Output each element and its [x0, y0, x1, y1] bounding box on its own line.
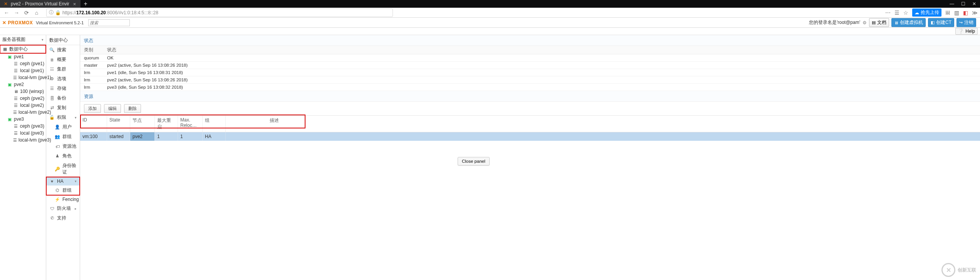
cloud-icon: ☁ [915, 10, 919, 15]
disk-icon: ☰ [13, 75, 17, 80]
status-row[interactable]: masterpve2 (active, Sun Sep 16 13:08:26 … [80, 62, 980, 69]
menu-replication[interactable]: ⇄复制 [46, 103, 80, 113]
help-button[interactable]: ❔Help [955, 28, 978, 35]
tree-storage-local-pve3[interactable]: ☰local (pve3) [0, 130, 46, 137]
nav-forward-icon[interactable]: → [12, 10, 21, 16]
menu-storage[interactable]: ☰存储 [46, 84, 80, 93]
menu-users[interactable]: 👤用户 [46, 122, 80, 132]
menu-ha[interactable]: ♥HA▾ [46, 177, 80, 186]
menu-backup[interactable]: 🗄备份 [46, 93, 80, 103]
cube-icon: ◧ [931, 20, 935, 25]
menu-ha-groups[interactable]: ⌬群组 [46, 186, 80, 195]
cell-state: started [107, 132, 130, 141]
window-close-icon[interactable]: ✕ [972, 1, 976, 7]
status-th-status[interactable]: 状态 [103, 46, 980, 54]
menu-search[interactable]: 🔍搜索 [46, 45, 80, 55]
window-maximize-icon[interactable]: ☐ [961, 1, 965, 7]
menu-auth[interactable]: 🔑身份验证 [46, 161, 80, 177]
menu-support[interactable]: ✆支持 [46, 213, 80, 223]
pmx-version: Virtual Environment 5.2-1 [36, 20, 84, 25]
tree-storage-local-pve2[interactable]: ☰local (pve2) [0, 102, 46, 109]
watermark: ✕ 创新互联 [941, 263, 976, 277]
menu-dots-icon[interactable]: ⋯ [885, 10, 891, 16]
tree-storage-locallvm-pve1[interactable]: ☰local-lvm (pve1) [0, 74, 46, 81]
tree-storage-locallvm-pve3[interactable]: ☰local-lvm (pve3) [0, 137, 46, 143]
tree-storage-ceph-pve2[interactable]: ☰ceph (pve2) [0, 95, 46, 102]
col-state[interactable]: State [107, 116, 130, 132]
status-th-kind[interactable]: 类别 [80, 46, 103, 54]
chevron-right-icon: ▸ [75, 207, 77, 211]
resource-row[interactable]: vm:100 started pve2 1 1 HA [80, 132, 980, 141]
url-field[interactable]: ⓘ 🔒 https:// 172.16.100.20 :8006/#v1:0:1… [46, 8, 393, 17]
status-row[interactable]: lrmpve1 (idle, Sun Sep 16 13:08:31 2018) [80, 69, 980, 76]
status-row[interactable]: quorumOK [80, 54, 980, 62]
docs-button[interactable]: ▤文档 [869, 18, 889, 27]
note-icon: 🗎 [49, 57, 55, 62]
col-maxreloc[interactable]: Max. Reloc… [178, 116, 203, 132]
cell-maxreloc: 1 [178, 132, 203, 141]
nav-reload-icon[interactable]: ⟳ [22, 10, 31, 16]
upload-button[interactable]: ☁ 抢先上传 [912, 8, 941, 17]
config-menu: 数据中心 🔍搜索 🗎概要 ☷集群 ⚙选项 ☰存储 🗄备份 ⇄复制 🔓权限▾ 👤用… [46, 35, 80, 280]
nav-home-icon[interactable]: ⌂ [32, 10, 41, 16]
tag-icon: 🏷 [55, 144, 60, 149]
ext1-icon[interactable]: ◧ [963, 10, 968, 16]
browser-tabbar: ✕ pve2 - Proxmox Virtual Envir × + — ☐ ✕ [0, 0, 980, 8]
disk-icon: ☰ [13, 68, 18, 73]
menu-fencing[interactable]: ⚡Fencing [46, 195, 80, 204]
nav-back-icon[interactable]: ← [2, 10, 11, 16]
url-proto: https:// [62, 10, 76, 15]
star-icon[interactable]: ☆ [903, 10, 908, 16]
resources-header: ID State 节点 最大重启 Max. Reloc… 组 描述 [80, 115, 980, 132]
col-node[interactable]: 节点 [130, 116, 155, 132]
create-vm-button[interactable]: 🖥创建虚拟机 [891, 18, 926, 27]
library-icon[interactable]: 𝍐 [945, 10, 950, 16]
menu-permissions[interactable]: 🔓权限▾ [46, 113, 80, 122]
col-maxrestart[interactable]: 最大重启 [155, 116, 178, 132]
logout-button[interactable]: ↪注销 [957, 18, 976, 27]
view-selector[interactable]: 服务器视图 ▾ [0, 35, 46, 44]
server-tree-panel: 服务器视图 ▾ ▦数据中心 ▣pve1 ☰ceph (pve1) ☰local … [0, 35, 46, 280]
col-group[interactable]: 组 [203, 116, 226, 132]
tree-storage-locallvm-pve2[interactable]: ☰local-lvm (pve2) [0, 109, 46, 116]
menu-options[interactable]: ⚙选项 [46, 74, 80, 84]
status-row[interactable]: lrmpve2 (active, Sun Sep 16 13:08:26 201… [80, 76, 980, 84]
status-row[interactable]: lrmpve3 (idle, Sun Sep 16 13:08:32 2018) [80, 84, 980, 91]
menu-summary[interactable]: 🗎概要 [46, 55, 80, 64]
reader-icon[interactable]: ☰ [894, 10, 899, 16]
edit-button[interactable]: 编辑 [104, 104, 121, 113]
col-desc[interactable]: 描述 [267, 116, 980, 132]
tree-node-pve2[interactable]: ▣pve2 [0, 81, 46, 88]
browser-tab[interactable]: ✕ pve2 - Proxmox Virtual Envir × [0, 0, 81, 8]
tree-storage-local-pve1[interactable]: ☰local (pve1) [0, 67, 46, 74]
menu-title: 数据中心 [46, 36, 80, 45]
tree-vm-100[interactable]: 🖥100 (winxp) [0, 88, 46, 95]
col-id[interactable]: ID [80, 116, 107, 132]
menu-pools[interactable]: 🏷资源池 [46, 142, 80, 151]
pmx-header: ✕PROXMOX Virtual Environment 5.2-1 您的登录名… [0, 18, 980, 28]
menu-roles[interactable]: ♟角色 [46, 151, 80, 161]
sidebar-icon[interactable]: ▥ [954, 10, 959, 16]
node-icon: ▣ [7, 82, 12, 87]
info-icon[interactable]: ⓘ [49, 9, 54, 16]
tree-storage-ceph-pve3[interactable]: ☰ceph (pve3) [0, 123, 46, 130]
menu-cluster[interactable]: ☷集群 [46, 64, 80, 74]
browser-toolbar: ← → ⟳ ⌂ ⓘ 🔒 https:// 172.16.100.20 :8006… [0, 8, 980, 18]
pmx-search-input[interactable] [88, 19, 130, 26]
ext2-icon[interactable]: ≫ [972, 10, 978, 16]
menu-groups[interactable]: 👥群组 [46, 132, 80, 142]
remove-button[interactable]: 删除 [124, 104, 141, 113]
window-minimize-icon[interactable]: — [950, 1, 954, 7]
tree-datacenter[interactable]: ▦数据中心 [0, 45, 46, 53]
close-tab-icon[interactable]: × [72, 1, 78, 7]
tree-node-pve3[interactable]: ▣pve3 [0, 116, 46, 123]
new-tab-button[interactable]: + [81, 0, 90, 7]
create-ct-button[interactable]: ◧创建CT [928, 18, 954, 27]
tree-storage-ceph-pve1[interactable]: ☰ceph (pve1) [0, 60, 46, 67]
proxmox-logo[interactable]: ✕PROXMOX [2, 20, 33, 25]
menu-firewall[interactable]: 🛡防火墙▸ [46, 204, 80, 213]
gear-icon[interactable]: ⚙ [863, 20, 867, 25]
close-panel-button[interactable]: Close panel [458, 157, 490, 165]
add-button[interactable]: 添加 [84, 104, 101, 113]
tree-node-pve1[interactable]: ▣pve1 [0, 53, 46, 60]
